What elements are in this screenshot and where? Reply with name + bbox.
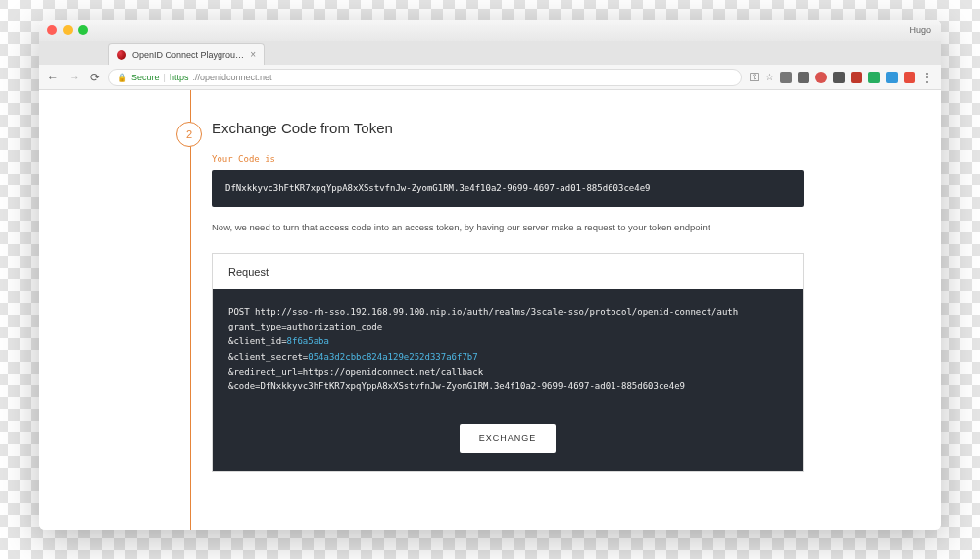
extension-icon[interactable] bbox=[868, 72, 880, 83]
extension-icon[interactable] bbox=[904, 72, 915, 83]
close-tab-icon[interactable]: × bbox=[250, 49, 256, 60]
url-host: ://openidconnect.net bbox=[192, 73, 271, 82]
extension-icon[interactable] bbox=[886, 72, 898, 83]
request-panel: Request POST http://sso-rh-sso.192.168.9… bbox=[212, 253, 804, 473]
profile-label: Hugo bbox=[909, 25, 931, 35]
request-footer: EXCHANGE bbox=[213, 410, 803, 471]
tab-title: OpenID Connect Playground bbox=[132, 50, 244, 60]
request-line-post: POST http://sso-rh-sso.192.168.99.100.ni… bbox=[228, 305, 787, 320]
address-bar[interactable]: 🔒 Secure | https ://openidconnect.net bbox=[108, 69, 742, 86]
titlebar: Hugo bbox=[39, 20, 941, 41]
extension-icon[interactable] bbox=[851, 72, 862, 83]
browser-toolbar: ← → ⟳ 🔒 Secure | https ://openidconnect.… bbox=[39, 65, 941, 90]
code-value-box: DfNxkkyvc3hFtKR7xpqYppA8xXSstvfnJw-ZyomG… bbox=[212, 170, 804, 207]
request-line-grant: grant_type=authorization_code bbox=[228, 320, 787, 334]
step-indicator-column: 2 bbox=[176, 120, 212, 472]
request-line-client-secret: &client_secret=054a3d2cbbc824a129e252d33… bbox=[228, 350, 787, 365]
forward-icon[interactable]: → bbox=[69, 71, 80, 84]
step-number-badge: 2 bbox=[176, 122, 202, 147]
browser-tab[interactable]: OpenID Connect Playground × bbox=[108, 43, 265, 65]
request-header: Request bbox=[213, 254, 803, 289]
nav-controls: ← → ⟳ bbox=[47, 71, 100, 84]
step-line bbox=[190, 90, 191, 530]
reload-icon[interactable]: ⟳ bbox=[90, 71, 100, 84]
extension-icon[interactable] bbox=[798, 72, 809, 83]
lock-icon: 🔒 bbox=[117, 73, 127, 82]
tab-bar: OpenID Connect Playground × bbox=[39, 41, 941, 65]
extension-icon[interactable] bbox=[780, 72, 792, 83]
exchange-button[interactable]: EXCHANGE bbox=[460, 424, 557, 453]
url-scheme: https bbox=[170, 73, 189, 82]
step-title: Exchange Code from Token bbox=[212, 120, 804, 136]
request-line-redirect: &redirect_url=https://openidconnect.net/… bbox=[228, 365, 787, 380]
close-window-icon[interactable] bbox=[47, 25, 57, 35]
key-icon[interactable]: ⚿ bbox=[750, 72, 760, 82]
menu-icon[interactable]: ⋮ bbox=[921, 71, 933, 84]
back-icon[interactable]: ← bbox=[47, 71, 59, 84]
page-viewport: 2 Exchange Code from Token Your Code is … bbox=[39, 90, 941, 530]
extension-icons: ⚿ ☆ ⋮ bbox=[750, 71, 933, 84]
minimize-window-icon[interactable] bbox=[63, 25, 73, 35]
extension-icon[interactable] bbox=[833, 72, 845, 83]
step-description: Now, we need to turn that access code in… bbox=[212, 221, 804, 234]
code-label: Your Code is bbox=[212, 154, 804, 164]
window-controls bbox=[47, 25, 88, 35]
secure-label: Secure bbox=[131, 73, 160, 82]
browser-window: Hugo OpenID Connect Playground × ← → ⟳ 🔒… bbox=[39, 20, 941, 530]
extension-icon[interactable] bbox=[815, 72, 827, 83]
star-icon[interactable]: ☆ bbox=[765, 72, 774, 82]
request-line-code: &code=DfNxkkyvc3hFtKR7xpqYppA8xXSstvfnJw… bbox=[228, 380, 787, 394]
request-body: POST http://sso-rh-sso.192.168.99.100.ni… bbox=[213, 289, 803, 411]
favicon-icon bbox=[117, 50, 126, 60]
request-line-client-id: &client_id=8f6a5aba bbox=[228, 334, 787, 349]
maximize-window-icon[interactable] bbox=[78, 25, 88, 35]
